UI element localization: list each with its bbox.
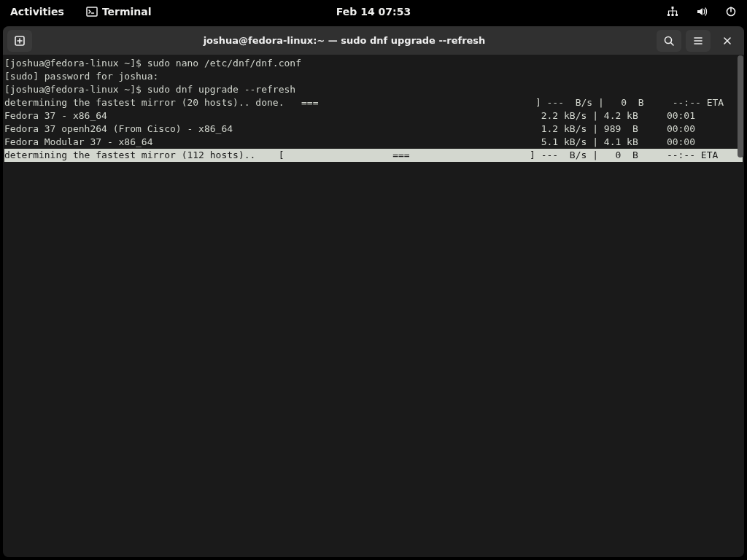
- new-tab-button[interactable]: [7, 30, 32, 52]
- terminal-line: determining the fastest mirror (112 host…: [4, 149, 743, 162]
- terminal-icon: [86, 6, 98, 18]
- svg-rect-1: [672, 7, 674, 9]
- terminal-line: Fedora 37 - x86_64 2.2 kB/s | 4.2 kB 00:…: [4, 109, 743, 122]
- terminal-line: [sudo] password for joshua:: [4, 70, 743, 83]
- gnome-topbar: Activities Terminal Feb 14 07:53: [0, 0, 747, 23]
- app-menu[interactable]: Terminal: [82, 3, 156, 20]
- svg-rect-2: [667, 14, 670, 16]
- scrollbar-thumb[interactable]: [738, 55, 743, 158]
- clock-label: Feb 14 07:53: [336, 6, 411, 18]
- terminal-line: Fedora 37 openh264 (From Cisco) - x86_64…: [4, 122, 743, 136]
- terminal-line: Fedora Modular 37 - x86_64 5.1 kB/s | 4.…: [4, 136, 743, 149]
- svg-line-11: [671, 42, 674, 45]
- terminal-content[interactable]: [joshua@fedora-linux ~]$ sudo nano /etc/…: [3, 55, 744, 557]
- terminal-line: [joshua@fedora-linux ~]$ sudo dnf upgrad…: [4, 83, 743, 96]
- headerbar: joshua@fedora-linux:~ — sudo dnf upgrade…: [3, 26, 744, 55]
- volume-icon[interactable]: [692, 3, 712, 20]
- terminal-line: determining the fastest mirror (20 hosts…: [4, 96, 743, 109]
- activities-button[interactable]: Activities: [6, 3, 69, 20]
- activities-label: Activities: [10, 6, 64, 18]
- scrollbar[interactable]: [737, 55, 744, 557]
- close-button[interactable]: [715, 30, 740, 52]
- search-button[interactable]: [657, 30, 681, 52]
- window-title: joshua@fedora-linux:~ — sudo dnf upgrade…: [36, 35, 652, 46]
- app-menu-label: Terminal: [102, 6, 152, 18]
- terminal-window: joshua@fedora-linux:~ — sudo dnf upgrade…: [3, 26, 744, 557]
- network-icon[interactable]: [662, 3, 683, 20]
- power-icon[interactable]: [721, 3, 741, 20]
- hamburger-menu-button[interactable]: [686, 30, 711, 52]
- terminal-line: [joshua@fedora-linux ~]$ sudo nano /etc/…: [4, 57, 743, 70]
- svg-rect-3: [672, 14, 674, 16]
- svg-rect-4: [676, 14, 678, 16]
- svg-rect-0: [87, 7, 97, 16]
- clock[interactable]: Feb 14 07:53: [332, 3, 415, 20]
